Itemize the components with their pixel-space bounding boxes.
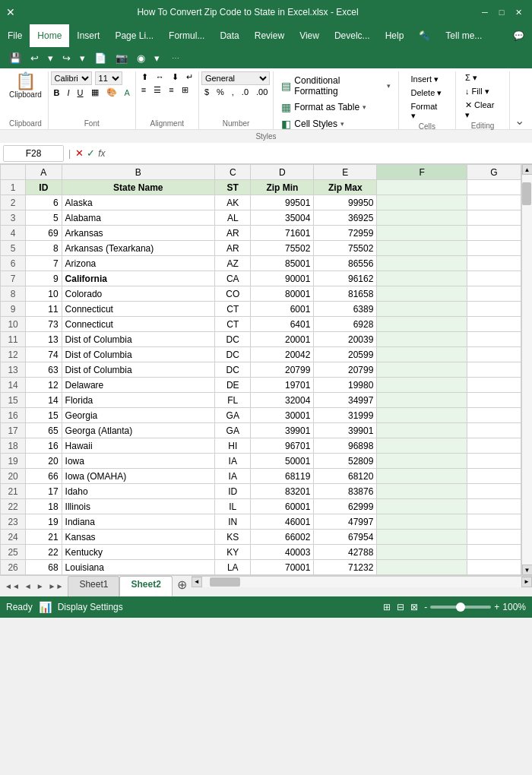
cell-a1[interactable]: ID: [26, 180, 62, 195]
scroll-left-btn[interactable]: ◄: [192, 577, 202, 587]
cell-b3[interactable]: Alabama: [62, 210, 214, 226]
cell-e22[interactable]: 62999: [314, 499, 377, 514]
cell-e19[interactable]: 52809: [314, 454, 377, 469]
cell-e6[interactable]: 86556: [314, 256, 377, 271]
italic-btn[interactable]: I: [65, 87, 73, 98]
cell-g19[interactable]: [467, 454, 521, 469]
cell-e4[interactable]: 72959: [314, 226, 377, 241]
menu-home[interactable]: Home: [30, 24, 69, 47]
cell-b19[interactable]: Iowa: [62, 454, 214, 469]
cell-e5[interactable]: 75502: [314, 241, 377, 256]
fill-color-btn[interactable]: 🎨: [103, 87, 120, 98]
fill-btn[interactable]: ↓ Fill ▾: [459, 85, 496, 98]
cell-e10[interactable]: 6928: [314, 317, 377, 332]
cell-b5[interactable]: Arkansas (Texarkana): [62, 241, 214, 256]
cell-e21[interactable]: 83876: [314, 484, 377, 499]
cell-c8[interactable]: CO: [215, 286, 251, 302]
align-left-btn[interactable]: ≡: [138, 84, 149, 96]
cell-f11[interactable]: [377, 332, 467, 347]
menu-tell-me[interactable]: Tell me...: [438, 24, 489, 47]
add-sheet-btn[interactable]: ⊕: [173, 576, 192, 596]
cell-c16[interactable]: GA: [215, 408, 251, 423]
cell-g11[interactable]: [467, 332, 521, 347]
cell-b8[interactable]: Colorado: [62, 286, 214, 302]
cell-g21[interactable]: [467, 484, 521, 499]
cell-c22[interactable]: IL: [215, 499, 251, 514]
cell-e23[interactable]: 47997: [314, 514, 377, 530]
cell-a18[interactable]: 16: [26, 438, 62, 454]
menu-review[interactable]: Review: [247, 24, 292, 47]
cell-a15[interactable]: 14: [26, 393, 62, 408]
menu-search-icon[interactable]: 🔦: [411, 24, 438, 47]
cell-f13[interactable]: [377, 362, 467, 378]
cell-d20[interactable]: 68119: [251, 469, 314, 484]
cell-c10[interactable]: CT: [215, 317, 251, 332]
cell-g18[interactable]: [467, 438, 521, 454]
cell-a11[interactable]: 13: [26, 332, 62, 347]
cell-e9[interactable]: 6389: [314, 302, 377, 317]
cell-d15[interactable]: 32004: [251, 393, 314, 408]
cell-c18[interactable]: HI: [215, 438, 251, 454]
cell-c7[interactable]: CA: [215, 271, 251, 286]
cell-d1[interactable]: Zip Min: [251, 180, 314, 195]
cell-g6[interactable]: [467, 256, 521, 271]
ribbon-expand-btn[interactable]: ⌄: [513, 112, 526, 129]
cell-g3[interactable]: [467, 210, 521, 226]
currency-btn[interactable]: $: [201, 87, 212, 97]
qa-print-preview[interactable]: 📄: [91, 51, 109, 65]
col-header-c[interactable]: C: [215, 165, 251, 180]
cell-f17[interactable]: [377, 423, 467, 438]
cell-d10[interactable]: 6401: [251, 317, 314, 332]
cell-b11[interactable]: Dist of Columbia: [62, 332, 214, 347]
cell-b13[interactable]: Dist of Columbia: [62, 362, 214, 378]
cell-e26[interactable]: 71232: [314, 560, 377, 575]
cell-e25[interactable]: 42788: [314, 545, 377, 560]
cell-f8[interactable]: [377, 286, 467, 302]
cell-e7[interactable]: 96162: [314, 271, 377, 286]
cell-f4[interactable]: [377, 226, 467, 241]
scroll-thumb[interactable]: [522, 182, 531, 205]
cell-f7[interactable]: [377, 271, 467, 286]
cell-a13[interactable]: 63: [26, 362, 62, 378]
menu-formulas[interactable]: Formul...: [161, 24, 212, 47]
cell-a10[interactable]: 73: [26, 317, 62, 332]
menu-comments-icon[interactable]: 💬: [505, 24, 532, 47]
cell-b12[interactable]: Dist of Columbia: [62, 347, 214, 362]
wrap-text-btn[interactable]: ↵: [183, 71, 196, 83]
qa-redo-btn[interactable]: ↪: [59, 51, 74, 65]
align-top-btn[interactable]: ⬆: [138, 71, 151, 83]
cell-b7[interactable]: California: [62, 271, 214, 286]
delete-cells-btn[interactable]: Delete ▾: [405, 87, 450, 100]
cell-a12[interactable]: 74: [26, 347, 62, 362]
cell-g20[interactable]: [467, 469, 521, 484]
menu-developer[interactable]: Develc...: [327, 24, 378, 47]
bold-btn[interactable]: B: [51, 87, 63, 98]
scroll-down-btn[interactable]: ▼: [522, 565, 533, 575]
qa-undo-arrow[interactable]: ▾: [45, 51, 56, 65]
scroll-right-btn[interactable]: ►: [521, 577, 532, 587]
cell-c4[interactable]: AR: [215, 226, 251, 241]
cell-c23[interactable]: IN: [215, 514, 251, 530]
cell-f16[interactable]: [377, 408, 467, 423]
cell-e13[interactable]: 20799: [314, 362, 377, 378]
cell-c25[interactable]: KY: [215, 545, 251, 560]
cell-e18[interactable]: 96898: [314, 438, 377, 454]
qa-redo-arrow[interactable]: ▾: [77, 51, 88, 65]
cell-b6[interactable]: Arizona: [62, 256, 214, 271]
col-header-e[interactable]: E: [314, 165, 377, 180]
cell-b18[interactable]: Hawaii: [62, 438, 214, 454]
cell-a24[interactable]: 21: [26, 530, 62, 545]
scroll-up-btn[interactable]: ▲: [522, 164, 533, 175]
cell-c15[interactable]: FL: [215, 393, 251, 408]
dec-increase-btn[interactable]: .0: [239, 87, 252, 97]
cell-reference-box[interactable]: [3, 145, 64, 162]
cell-b25[interactable]: Kentucky: [62, 545, 214, 560]
cell-d24[interactable]: 66002: [251, 530, 314, 545]
cell-d17[interactable]: 39901: [251, 423, 314, 438]
cell-c13[interactable]: DC: [215, 362, 251, 378]
minimize-btn[interactable]: ─: [477, 5, 492, 20]
cell-e24[interactable]: 67954: [314, 530, 377, 545]
cell-b16[interactable]: Georgia: [62, 408, 214, 423]
display-settings-btn[interactable]: Display Settings: [58, 602, 123, 612]
qa-undo-btn[interactable]: ↩: [27, 51, 42, 65]
